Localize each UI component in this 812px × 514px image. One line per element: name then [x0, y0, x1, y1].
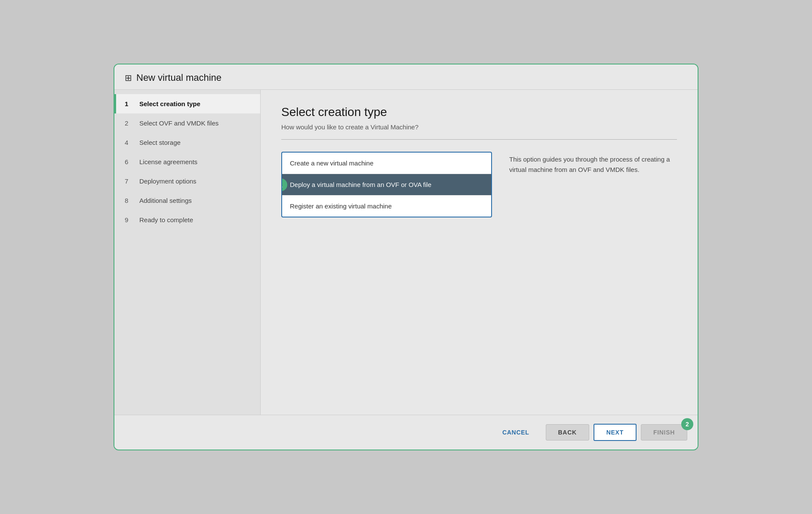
dialog-title-bar: ⊞ New virtual machine — [114, 64, 698, 89]
description-text: This option guides you through the proce… — [509, 154, 677, 175]
sidebar-item-additional-settings[interactable]: 8 Additional settings — [114, 191, 260, 210]
sidebar-item-select-creation-type[interactable]: 1 Select creation type — [114, 94, 260, 113]
option-deploy-ovf-wrapper: Deploy a virtual machine from an OVF or … — [282, 174, 491, 196]
sidebar-label-8: Additional settings — [139, 197, 192, 204]
sidebar-item-select-storage[interactable]: 4 Select storage — [114, 133, 260, 152]
finish-button[interactable]: FINISH — [641, 424, 687, 441]
next-button[interactable]: NEXT — [594, 424, 637, 441]
sidebar-label-2: Select OVF and VMDK files — [139, 119, 218, 127]
sidebar-label-7: Deployment options — [139, 177, 197, 185]
sidebar-step-4: 4 — [125, 139, 133, 146]
sidebar-step-6: 6 — [125, 158, 133, 165]
content-area: Create a new virtual machine Deploy a vi… — [281, 152, 677, 217]
sidebar-step-8: 8 — [125, 197, 133, 204]
option-list-wrapper: Create a new virtual machine Deploy a vi… — [281, 152, 492, 217]
option-create-new-label: Create a new virtual machine — [290, 159, 373, 167]
page-title: Select creation type — [281, 105, 677, 119]
page-subtitle: How would you like to create a Virtual M… — [281, 123, 677, 131]
dialog-body: 1 Select creation type 2 Select OVF and … — [114, 89, 698, 415]
back-button[interactable]: BACK — [546, 424, 589, 441]
sidebar-label-6: License agreements — [139, 158, 197, 165]
vm-icon: ⊞ — [125, 73, 132, 83]
description-panel: This option guides you through the proce… — [509, 152, 677, 217]
new-virtual-machine-dialog: ⊞ New virtual machine 1 Select creation … — [114, 64, 698, 450]
creation-type-list: Create a new virtual machine Deploy a vi… — [281, 152, 492, 217]
option-deploy-ovf[interactable]: Deploy a virtual machine from an OVF or … — [282, 174, 491, 196]
finish-badge: 2 — [681, 418, 693, 430]
sidebar-label-9: Ready to complete — [139, 216, 193, 223]
sidebar-step-2: 2 — [125, 119, 133, 127]
main-content-area: Select creation type How would you like … — [261, 90, 698, 415]
sidebar-step-9: 9 — [125, 216, 133, 223]
dialog-footer: CANCEL BACK NEXT FINISH 2 — [114, 415, 698, 450]
sidebar-label-4: Select storage — [139, 139, 181, 146]
sidebar-item-ready-to-complete[interactable]: 9 Ready to complete — [114, 210, 260, 229]
sidebar-item-select-ovf[interactable]: 2 Select OVF and VMDK files — [114, 113, 260, 133]
dialog-title-text: New virtual machine — [136, 72, 221, 83]
title-divider — [281, 139, 677, 140]
sidebar-step-7: 7 — [125, 177, 133, 185]
option-register-existing-label: Register an existing virtual machine — [290, 202, 392, 210]
sidebar-item-deployment[interactable]: 7 Deployment options — [114, 171, 260, 191]
finish-button-wrapper: FINISH 2 — [641, 424, 687, 441]
sidebar-item-license[interactable]: 6 License agreements — [114, 152, 260, 171]
option-register-existing[interactable]: Register an existing virtual machine — [282, 196, 491, 217]
option-deploy-ovf-label: Deploy a virtual machine from an OVF or … — [290, 181, 431, 188]
sidebar-label-1: Select creation type — [139, 100, 200, 107]
wizard-sidebar: 1 Select creation type 2 Select OVF and … — [114, 90, 261, 415]
sidebar-step-1: 1 — [125, 100, 133, 107]
option-create-new[interactable]: Create a new virtual machine — [282, 153, 491, 174]
cancel-button[interactable]: CANCEL — [490, 425, 541, 440]
